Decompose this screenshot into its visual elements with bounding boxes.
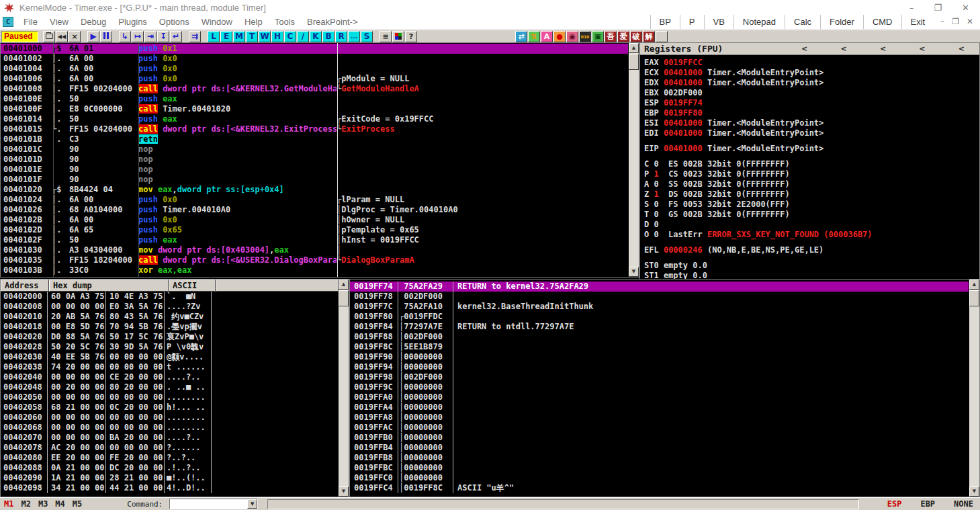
stack-row[interactable]: 0019FF84│77297A7ERETURN to ntdll.77297A7… xyxy=(350,322,969,332)
menu-item-notepad[interactable]: Notepad xyxy=(733,15,785,29)
scrollbar-thumb[interactable] xyxy=(339,290,349,306)
hex-dump-row[interactable]: 0040204000 00 00 00CE 20 00 00....?.. xyxy=(1,372,349,382)
scroll-up-icon[interactable]: ▲ xyxy=(339,280,349,290)
register-line[interactable]: ESP 0019FF74 xyxy=(640,98,979,108)
scroll-down-icon[interactable]: ▼ xyxy=(969,486,979,497)
disasm-row[interactable]: 0040101F90nop xyxy=(1,175,628,185)
stack-row[interactable]: 0019FF78 002DF000 xyxy=(350,292,969,302)
esp-indicator[interactable]: ESP xyxy=(887,499,902,509)
memory-tab-m3[interactable]: M3 xyxy=(38,499,48,509)
open-file-icon[interactable] xyxy=(43,31,55,42)
hex-dump-row[interactable]: 0040200800 00 00 00E0 3A 5A 76....?Zv xyxy=(1,302,349,312)
menu-item-debug[interactable]: Debug xyxy=(75,15,112,29)
stack-row[interactable]: 0019FF7C 75A2FA10kernel32.BaseThreadInit… xyxy=(350,302,969,312)
menu-item-tools[interactable]: Tools xyxy=(269,15,301,29)
hex-dump-row[interactable]: 0040204800 20 00 0080 20 00 00. ..■ .. xyxy=(1,382,349,392)
register-line[interactable]: D 0 xyxy=(640,220,979,230)
stack-row[interactable]: 0019FF94│00000000 xyxy=(350,362,969,372)
menu-item-file[interactable]: File xyxy=(17,15,44,29)
letter-button-H[interactable]: H xyxy=(271,31,283,42)
disasm-row[interactable]: 00401020┌$8B4424 04mov eax,dword ptr ss:… xyxy=(1,185,628,195)
stack-row[interactable]: 0019FFA8│00000000 xyxy=(350,413,969,423)
stack-row[interactable]: 0019FF88│002DF000 xyxy=(350,332,969,342)
disasm-row[interactable]: 0040100F│.E8 0C000000call Timer.00401020 xyxy=(1,104,628,114)
letter-button-T[interactable]: T xyxy=(246,31,258,42)
ebp-indicator[interactable]: EBP xyxy=(920,499,935,509)
letter-button-R[interactable]: R xyxy=(335,31,347,42)
hex-dump-row[interactable]: 0040205000 00 00 0000 00 00 00........ xyxy=(1,392,349,402)
memory-tab-m2[interactable]: M2 xyxy=(21,499,30,509)
letter-button-L[interactable]: L xyxy=(208,31,220,42)
hex-dump-row[interactable]: 0040203874 20 00 0000 00 00 00t ...... xyxy=(1,362,349,372)
rewind-icon[interactable]: ◀◀ xyxy=(56,31,68,42)
register-line[interactable]: ST0 empty 0.0 xyxy=(640,261,979,271)
register-line[interactable]: EAX 0019FFCC xyxy=(640,58,979,68)
stack-row[interactable]: 0019FF9C│00000000 xyxy=(350,382,969,392)
disasm-row[interactable]: 00401026│.68 A0104000push Timer.004010A0… xyxy=(1,205,628,215)
hex-dump-row[interactable]: 0040206000 00 00 0000 00 00 00........ xyxy=(1,413,349,423)
hex-dump-row[interactable]: 0040201020 AB 5A 7680 43 5A 76 约v■CZv xyxy=(1,312,349,322)
register-line[interactable]: A 0 SS 002B 32bit 0(FFFFFFFF) xyxy=(640,179,979,189)
close-icon[interactable]: ✕ xyxy=(962,3,969,13)
mdi-close-icon[interactable]: ✕ xyxy=(967,15,973,29)
stack-scrollbar[interactable]: ▲ ▼ xyxy=(969,280,979,497)
register-line[interactable]: EFL 00000246 (NO,NB,E,BE,NS,PE,GE,LE) xyxy=(640,245,979,255)
go-to-icon[interactable]: ⇉ xyxy=(189,31,201,42)
disasm-row[interactable]: 0040101D90nop xyxy=(1,155,628,165)
hex-dump-row[interactable]: 004020901A 21 00 0028 21 00 00■!..(!.. xyxy=(1,473,349,483)
register-line[interactable]: ECX 00401000 Timer.<ModuleEntryPoint> xyxy=(640,68,979,78)
cn-button-wu[interactable]: 吾 xyxy=(605,31,617,42)
register-line[interactable]: T 0 GS 002B 32bit 0(FFFFFFFF) xyxy=(640,210,979,220)
column-divider[interactable] xyxy=(337,43,338,277)
disasm-row[interactable]: 00401006│.6A 00push 0x0┌pModule = NULL xyxy=(1,74,628,84)
restore-icon[interactable]: ❐ xyxy=(934,3,942,13)
register-line[interactable]: Z 1 DS 002B 32bit 0(FFFFFFFF) xyxy=(640,189,979,200)
register-line[interactable]: EBP 0019FF80 xyxy=(640,108,979,118)
mdi-minimize-icon[interactable]: – xyxy=(940,15,944,29)
register-line[interactable]: EDX 00401000 Timer.<ModuleEntryPoint> xyxy=(640,78,979,88)
monitor-icon[interactable]: ▣ xyxy=(592,31,604,42)
cn-button-ai[interactable]: 爱 xyxy=(617,31,629,42)
register-line[interactable]: C 0 ES 002B 32bit 0(FFFFFFFF) xyxy=(640,159,979,169)
disasm-row[interactable]: 00401014│.50push eax┌ExitCode = 0x19FFCC xyxy=(1,114,628,124)
disassembly-scrollbar[interactable]: ▲ ▼ xyxy=(629,43,639,277)
disasm-row[interactable]: 0040101C90nop xyxy=(1,144,628,155)
ascii-column-header[interactable]: ASCII xyxy=(169,280,216,292)
letter-button-S[interactable]: S xyxy=(361,31,373,42)
disasm-row[interactable]: 0040101B .C3retn xyxy=(1,134,628,144)
hex-dump-scrollbar[interactable]: ▲ ▼ xyxy=(339,280,349,497)
stack-row[interactable]: 0019FFB0│00000000 xyxy=(350,433,969,443)
memory-tab-m5[interactable]: M5 xyxy=(73,499,82,509)
chevron-down-icon[interactable]: ▼ xyxy=(247,499,257,509)
hex-dump-row[interactable]: 0040200060 0A A3 7510 4E A3 75`. ■N xyxy=(1,292,349,302)
step-into-icon[interactable]: ↳ xyxy=(119,31,131,42)
column-divider[interactable] xyxy=(53,43,54,277)
menu-item-options[interactable]: Options xyxy=(153,15,195,29)
log-list-icon[interactable]: ≡ xyxy=(380,31,392,42)
disasm-row[interactable]: 00401002│.6A 00push 0x0 xyxy=(1,54,628,64)
chevron-left-icon[interactable]: < xyxy=(959,44,965,53)
letter-button-W[interactable]: W xyxy=(259,31,271,42)
updown-icon[interactable]: ⇅ xyxy=(528,31,540,42)
command-input[interactable]: ▼ xyxy=(169,499,258,509)
run-icon[interactable]: ▶ xyxy=(87,31,99,42)
stack-row[interactable]: 0019FF90│00000000 xyxy=(350,352,969,362)
menu-item-p[interactable]: P xyxy=(680,15,704,29)
register-line[interactable]: EIP 00401000 Timer.<ModuleEntryPoint> xyxy=(640,144,979,154)
scroll-up-icon[interactable]: ▲ xyxy=(969,280,979,290)
swap-icon[interactable]: ⇄ xyxy=(515,31,527,42)
command-input-field[interactable] xyxy=(170,499,247,509)
menu-item-folder[interactable]: Folder xyxy=(820,15,863,29)
hex-editor-icon[interactable]: 010 xyxy=(579,31,591,42)
disasm-row[interactable]: 0040103B│.33C0xor eax,eax xyxy=(1,265,628,275)
letter-button-K[interactable]: K xyxy=(310,31,322,42)
menu-item-exit[interactable]: Exit xyxy=(901,15,934,29)
appearance-icon[interactable] xyxy=(392,31,404,42)
menu-item-window[interactable]: Window xyxy=(195,15,238,29)
scrollbar-thumb[interactable] xyxy=(629,54,639,70)
menu-item-calc[interactable]: Calc xyxy=(785,15,820,29)
disasm-row[interactable]: 00401000┌$6A 01push 0x1 xyxy=(1,44,628,54)
register-line[interactable]: O 0 LastErr ERROR_SXS_KEY_NOT_FOUND (000… xyxy=(640,230,979,240)
hex-dump-row[interactable]: 00402078AC 20 00 0000 00 00 00?...... xyxy=(1,443,349,453)
disasm-row[interactable]: 00401015└.FF15 04204000call dword ptr ds… xyxy=(1,124,628,134)
